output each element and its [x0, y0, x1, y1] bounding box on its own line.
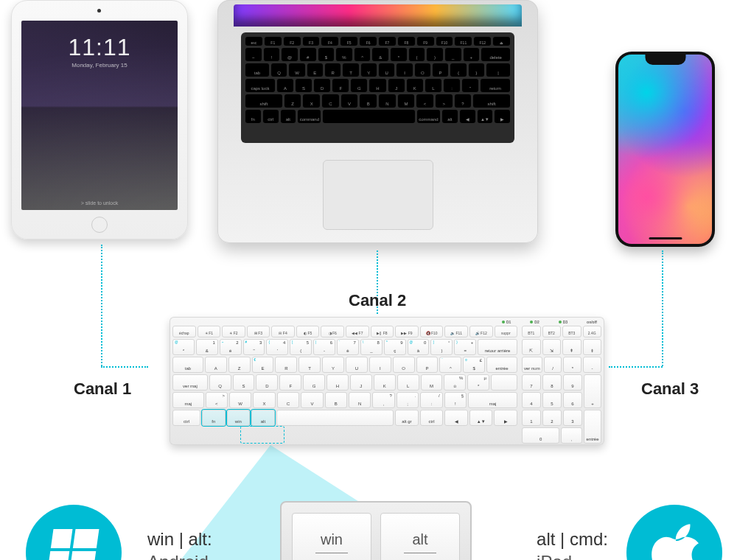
- kb-key[interactable]: L: [397, 374, 419, 391]
- kb-key[interactable]: ◐ F5: [296, 326, 320, 337]
- mac-key[interactable]: Q: [271, 63, 287, 77]
- kb-key[interactable]: ^¨: [439, 357, 461, 373]
- mac-key[interactable]: F: [332, 79, 349, 92]
- kb-key[interactable]: 0: [522, 427, 559, 444]
- mac-key[interactable]: F10: [436, 37, 453, 46]
- mac-key[interactable]: }: [469, 63, 484, 77]
- kb-key[interactable]: ▶▶ F9: [395, 326, 419, 337]
- kb-key[interactable]: entrée: [584, 410, 601, 444]
- mac-key[interactable]: V: [341, 94, 358, 108]
- kb-key[interactable]: win: [227, 410, 251, 426]
- mac-key[interactable]: X: [303, 94, 320, 108]
- kb-key[interactable]: ⊟ F4: [271, 326, 295, 337]
- kb-key[interactable]: ☀ F2: [222, 326, 245, 337]
- mac-key[interactable]: E: [307, 63, 323, 77]
- mac-key[interactable]: |: [486, 63, 510, 77]
- mac-key[interactable]: command: [298, 110, 321, 123]
- kb-key[interactable]: maj: [172, 392, 204, 408]
- kb-key[interactable]: 🔇 F10: [420, 326, 444, 337]
- kb-key[interactable]: ◀◀ F7: [346, 326, 369, 337]
- mac-key[interactable]: :: [444, 79, 460, 92]
- kb-key[interactable]: :/: [420, 392, 442, 408]
- kb-key[interactable]: _\8: [360, 339, 383, 355]
- kb-key[interactable]: ⇲: [542, 339, 562, 355]
- kb-key[interactable]: alt gr: [395, 410, 419, 426]
- mac-key[interactable]: fn: [245, 110, 261, 123]
- kb-key[interactable]: ◀: [444, 410, 468, 426]
- kb-key[interactable]: U: [346, 357, 368, 373]
- mac-key[interactable]: Z: [284, 94, 301, 108]
- mac-key[interactable]: F6: [360, 37, 377, 46]
- mac-key[interactable]: ▶: [495, 110, 510, 123]
- kb-key[interactable]: Z: [228, 357, 251, 373]
- kb-key[interactable]: )]°: [430, 339, 453, 355]
- kb-key[interactable]: ⇱: [522, 339, 541, 355]
- kb-key[interactable]: alt: [251, 410, 275, 426]
- kb-key[interactable]: 4: [522, 392, 541, 408]
- kb-key[interactable]: T: [298, 357, 321, 373]
- kb-key[interactable]: ver maj: [172, 374, 208, 391]
- kb-key[interactable]: !§: [444, 392, 467, 408]
- kb-key[interactable]: à@0: [408, 339, 430, 355]
- kb-key[interactable]: ▲▼: [469, 410, 493, 426]
- kb-key[interactable]: 🔉 F11: [444, 326, 468, 337]
- mac-key[interactable]: M: [398, 94, 415, 108]
- mac-key[interactable]: alt: [442, 110, 458, 123]
- mac-key[interactable]: F4: [321, 37, 338, 46]
- mac-key[interactable]: +: [464, 48, 480, 61]
- mac-key[interactable]: !: [264, 48, 280, 61]
- kb-key[interactable]: 1: [522, 410, 541, 426]
- kb-key[interactable]: /: [544, 357, 562, 373]
- kb-key[interactable]: N: [349, 392, 371, 408]
- mac-key[interactable]: caps lock: [245, 79, 275, 92]
- kb-key[interactable]: I: [369, 357, 391, 373]
- kb-key[interactable]: E€: [252, 357, 274, 373]
- kb-key[interactable]: ⇟: [583, 339, 602, 355]
- kb-key[interactable]: [491, 374, 517, 391]
- mac-key[interactable]: A: [277, 79, 293, 92]
- mac-key[interactable]: H: [369, 79, 385, 92]
- mac-key[interactable]: J: [388, 79, 405, 92]
- mac-key[interactable]: F3: [303, 37, 320, 46]
- kb-key[interactable]: retour arrière: [478, 339, 517, 355]
- mac-key[interactable]: ): [427, 48, 443, 61]
- mac-key[interactable]: _: [445, 48, 461, 61]
- kb-key[interactable]: ▶‖ F8: [371, 326, 394, 337]
- kb-key[interactable]: W: [229, 392, 251, 408]
- mac-key[interactable]: &: [372, 48, 388, 61]
- mac-key[interactable]: S: [296, 79, 312, 92]
- mac-key[interactable]: ~: [245, 48, 262, 61]
- kb-key[interactable]: ctrl: [420, 410, 444, 426]
- kb-key[interactable]: R: [275, 357, 297, 373]
- ipad-home-button[interactable]: [91, 217, 108, 233]
- kb-key[interactable]: -|6: [313, 339, 335, 355]
- kb-key[interactable]: <>: [206, 392, 228, 408]
- kb-key[interactable]: O: [393, 357, 415, 373]
- mac-key[interactable]: ?: [455, 94, 472, 108]
- kb-key[interactable]: H: [326, 374, 349, 391]
- kb-key[interactable]: ver num: [522, 357, 542, 373]
- mac-key[interactable]: Y: [361, 63, 377, 77]
- kb-key[interactable]: 3: [563, 410, 582, 426]
- kb-key[interactable]: ;.: [397, 392, 419, 408]
- kb-key[interactable]: $¤£: [463, 357, 485, 373]
- kb-key[interactable]: "#3: [243, 339, 265, 355]
- kb-key[interactable]: *: [563, 357, 581, 373]
- kb-key[interactable]: ,: [561, 427, 582, 444]
- mac-key[interactable]: <: [416, 94, 433, 108]
- kb-key[interactable]: +: [584, 374, 601, 408]
- kb-key[interactable]: 5: [542, 392, 562, 408]
- mac-key[interactable]: command: [417, 110, 440, 123]
- mac-key[interactable]: %: [336, 48, 352, 61]
- kb-key[interactable]: tab: [172, 357, 203, 373]
- mac-key[interactable]: F9: [417, 37, 434, 46]
- macbook-trackpad[interactable]: [323, 160, 433, 230]
- mac-key[interactable]: >: [436, 94, 453, 108]
- kb-key[interactable]: suppr: [495, 326, 518, 337]
- mac-key[interactable]: F7: [379, 37, 396, 46]
- kb-key[interactable]: -: [583, 357, 601, 373]
- mac-key[interactable]: N: [379, 94, 396, 108]
- mac-key[interactable]: G: [351, 79, 367, 92]
- kb-key[interactable]: é~2: [220, 339, 242, 355]
- kb-key[interactable]: ,?: [372, 392, 394, 408]
